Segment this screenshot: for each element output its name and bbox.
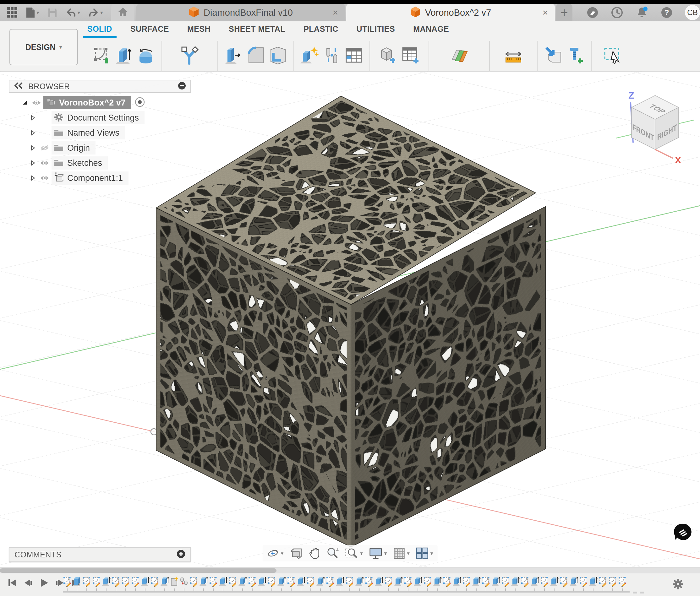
browser-item-voronobox-2-v7[interactable]: VoronoBox^2 v7: [20, 96, 197, 109]
timeline-feature-extrude[interactable]: [102, 576, 110, 588]
timeline-feature-extrude-plain[interactable]: [73, 576, 81, 588]
ribbon-tab-sheet-metal[interactable]: SHEET METAL: [229, 25, 285, 37]
orbit-icon[interactable]: ▾: [267, 547, 284, 559]
timeline-feature-sketch[interactable]: [287, 576, 296, 588]
press-pull-icon[interactable]: [224, 46, 243, 65]
expand-closed-icon[interactable]: [28, 160, 38, 166]
timeline-feature-sketch[interactable]: [306, 576, 315, 588]
timeline-feature-sketch[interactable]: [365, 576, 374, 588]
view-cube[interactable]: TOP FRONT RIGHT Z X: [616, 83, 694, 166]
zoom-icon[interactable]: ±: [326, 547, 339, 560]
visibility-icon[interactable]: [38, 160, 52, 166]
browser-item-document-settings[interactable]: Document Settings: [28, 111, 197, 124]
create-sketch-icon[interactable]: [92, 46, 111, 65]
fillet-icon[interactable]: [246, 46, 265, 65]
timeline-feature-sketch[interactable]: [599, 576, 607, 588]
3d-viewport[interactable]: BROWSER VoronoBox^2 v7Document SettingsN…: [0, 72, 700, 567]
revolve-icon[interactable]: [136, 46, 155, 65]
file-new-icon[interactable]: ▾: [26, 7, 39, 18]
timeline-feature-sketch[interactable]: [521, 576, 529, 588]
timeline-feature-extrude[interactable]: [589, 576, 598, 588]
pan-icon[interactable]: [308, 547, 320, 559]
browser-item-chip[interactable]: VoronoBox^2 v7: [43, 96, 131, 109]
new-document-tab-button[interactable]: +: [556, 4, 572, 21]
browser-item-chip[interactable]: Sketches: [52, 156, 108, 170]
go-to-start-icon[interactable]: [7, 578, 17, 588]
expand-closed-icon[interactable]: [28, 115, 38, 121]
joint-icon[interactable]: [322, 46, 341, 65]
timeline-feature-sketch[interactable]: [190, 576, 198, 588]
feedback-bubble-button[interactable]: [674, 523, 692, 543]
timeline-feature-sketch[interactable]: [423, 576, 432, 588]
timeline-feature-extrude[interactable]: [491, 576, 500, 588]
timeline-feature-sketch[interactable]: [82, 576, 91, 588]
redo-icon[interactable]: ▾: [88, 8, 103, 17]
display-settings-icon[interactable]: ▾: [369, 547, 387, 559]
timeline-feature-sketch[interactable]: [579, 576, 588, 588]
timeline-feature-sketch[interactable]: [608, 576, 617, 588]
timeline-feature-sketch[interactable]: [228, 576, 237, 588]
timeline-scrollbar[interactable]: [0, 567, 700, 573]
timeline-feature-sketch[interactable]: [462, 576, 471, 588]
workspace-switcher[interactable]: DESIGN ▾: [9, 29, 78, 65]
browser-item-component1-1[interactable]: Component1:1: [28, 172, 197, 185]
timeline-feature-sketch[interactable]: [131, 576, 140, 588]
expand-open-icon[interactable]: [20, 100, 29, 105]
apps-grid-icon[interactable]: [7, 7, 18, 18]
save-icon[interactable]: [47, 7, 57, 18]
new-component-icon[interactable]: [300, 46, 319, 65]
timeline-feature-extrude[interactable]: [335, 576, 344, 588]
timeline-feature-extrude[interactable]: [219, 576, 227, 588]
document-tab[interactable]: VoronoBox^2 v7×: [346, 4, 555, 21]
timeline-feature-extrude[interactable]: [277, 576, 286, 588]
timeline-feature-extrude[interactable]: [414, 576, 422, 588]
document-tab[interactable]: DiamondBoxFinal v10×: [136, 4, 345, 21]
ribbon-tab-plastic[interactable]: PLASTIC: [303, 25, 338, 37]
timeline-feature-sketch[interactable]: [404, 576, 412, 588]
close-icon[interactable]: ×: [332, 8, 338, 17]
job-status-icon[interactable]: [611, 6, 623, 19]
timeline-feature-extrude[interactable]: [199, 576, 208, 588]
configure-table-icon[interactable]: [401, 46, 420, 65]
notifications-icon[interactable]: [635, 6, 648, 19]
timeline-feature-new-body[interactable]: [170, 576, 179, 588]
automate-icon[interactable]: [180, 46, 199, 65]
timeline-feature-sketch[interactable]: [501, 576, 510, 588]
grid-display-icon[interactable]: ▾: [393, 547, 410, 559]
timeline-feature-extrude[interactable]: [375, 576, 383, 588]
timeline-feature-extrude[interactable]: [433, 576, 442, 588]
browser-item-origin[interactable]: Origin: [28, 141, 197, 155]
timeline-feature-extrude[interactable]: [511, 576, 520, 588]
insert-derive-icon[interactable]: [544, 46, 563, 65]
ribbon-tab-mesh[interactable]: MESH: [187, 25, 210, 37]
browser-item-chip[interactable]: Component1:1: [52, 172, 128, 185]
viewports-icon[interactable]: ▾: [416, 547, 433, 559]
look-at-icon[interactable]: [290, 548, 302, 559]
timeline-feature-sketch[interactable]: [209, 576, 218, 588]
shell-icon[interactable]: [268, 46, 287, 65]
ribbon-tab-surface[interactable]: SURFACE: [130, 25, 169, 37]
parts-table-icon[interactable]: [344, 46, 363, 65]
expand-closed-icon[interactable]: [28, 145, 38, 151]
timeline-feature-extrude[interactable]: [394, 576, 403, 588]
timeline-feature-sketch[interactable]: [150, 576, 159, 588]
configure-component-icon[interactable]: [379, 46, 398, 65]
timeline-feature-sketch[interactable]: [443, 576, 451, 588]
timeline-feature-sketch[interactable]: [618, 576, 627, 588]
timeline-feature-sketch[interactable]: [63, 576, 72, 588]
browser-item-sketches[interactable]: Sketches: [28, 156, 197, 170]
step-back-icon[interactable]: [23, 578, 33, 588]
timeline-feature-move-copy[interactable]: [180, 576, 189, 588]
avatar[interactable]: CB: [685, 5, 700, 20]
expand-closed-icon[interactable]: [28, 175, 38, 181]
timeline-feature-extrude[interactable]: [160, 576, 169, 588]
timeline-scrollbar-thumb[interactable]: [0, 568, 276, 573]
activate-radio-icon[interactable]: [134, 97, 145, 109]
add-comment-icon[interactable]: [177, 549, 185, 560]
comments-bar[interactable]: COMMENTS: [9, 547, 191, 562]
timeline-feature-sketch[interactable]: [384, 576, 393, 588]
browser-item-chip[interactable]: Document Settings: [52, 111, 145, 124]
timeline-feature-extrude[interactable]: [141, 576, 150, 588]
extensions-icon[interactable]: [586, 6, 599, 19]
window-zoom-icon[interactable]: ▾: [345, 547, 363, 560]
